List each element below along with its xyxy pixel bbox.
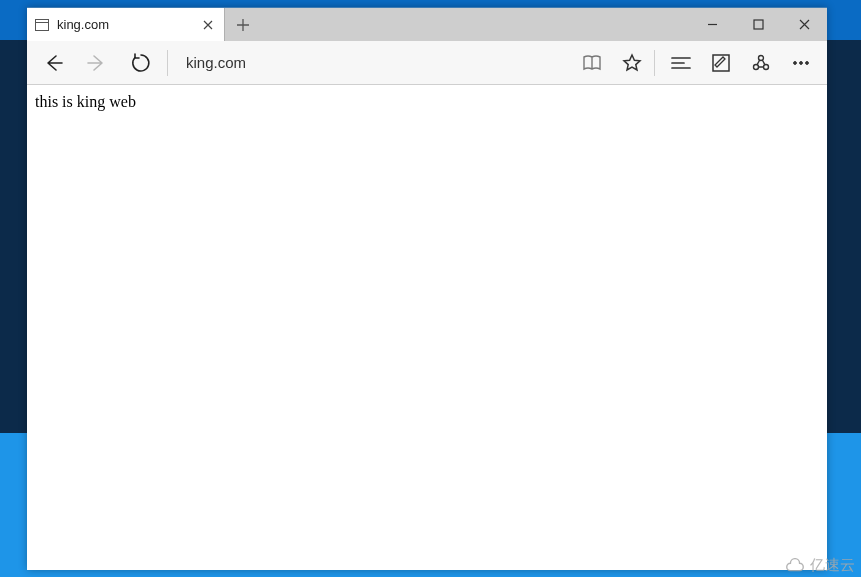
back-arrow-icon [42,52,64,74]
address-bar[interactable] [178,48,568,78]
maximize-button[interactable] [735,8,781,41]
star-icon [622,53,642,73]
window-controls [689,8,827,41]
svg-point-6 [800,61,803,64]
tab-active[interactable]: king.com [27,8,225,41]
svg-point-5 [794,61,797,64]
toolbar-separator [167,50,168,76]
share-button[interactable] [741,43,781,83]
refresh-icon [131,53,151,73]
titlebar-drag-area[interactable] [261,8,689,41]
toolbar [27,41,827,85]
browser-window: king.com [27,7,827,570]
web-note-button[interactable] [701,43,741,83]
page-content: this is king web [27,85,827,570]
new-tab-button[interactable] [225,8,261,41]
close-icon [203,20,213,30]
tab-title: king.com [57,17,192,32]
hub-button[interactable] [661,43,701,83]
page-body-text: this is king web [35,93,136,110]
share-icon [751,53,771,73]
window-close-button[interactable] [781,8,827,41]
tab-close-button[interactable] [200,17,216,33]
toolbar-right [572,43,821,83]
plus-icon [236,18,250,32]
svg-point-4 [764,64,769,69]
titlebar: king.com [27,8,827,41]
maximize-icon [753,19,764,30]
forward-arrow-icon [86,52,108,74]
page-icon [35,19,49,31]
minimize-button[interactable] [689,8,735,41]
back-button[interactable] [33,43,73,83]
book-icon [582,53,602,73]
minimize-icon [707,19,718,30]
reading-view-button[interactable] [572,43,612,83]
refresh-button[interactable] [121,43,161,83]
toolbar-separator-2 [654,50,655,76]
forward-button[interactable] [77,43,117,83]
svg-point-3 [754,64,759,69]
more-button[interactable] [781,43,821,83]
svg-point-7 [806,61,809,64]
svg-rect-0 [754,20,763,29]
close-icon [799,19,810,30]
ellipsis-icon [791,53,811,73]
note-icon [711,53,731,73]
lines-icon [670,53,692,73]
favorites-button[interactable] [612,43,652,83]
